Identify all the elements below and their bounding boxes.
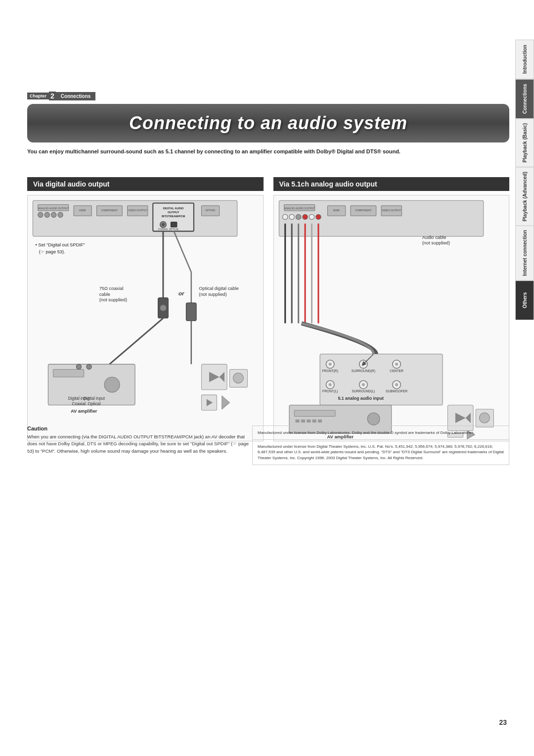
sidebar-tabs: Introduction Connections Playback (Basic…	[515, 40, 534, 320]
svg-text:FRONT(L): FRONT(L)	[322, 389, 338, 393]
sidebar-tab-others[interactable]: Others	[515, 281, 534, 320]
svg-text:OUTPUT: OUTPUT	[168, 211, 179, 214]
svg-text:OPTION: OPTION	[205, 209, 215, 212]
svg-point-65	[309, 214, 314, 219]
svg-rect-41	[53, 369, 84, 377]
svg-point-18	[162, 223, 165, 226]
svg-text:FRONT(R): FRONT(R)	[322, 369, 338, 373]
section-analog-audio: Via 5.1ch analog audio output ANALOG AUD…	[273, 177, 510, 443]
svg-text:COAXIAL: COAXIAL	[158, 228, 169, 231]
legal-notices: Manufactured under license from Dolby La…	[252, 425, 509, 465]
svg-text:HDMI: HDMI	[79, 209, 86, 212]
main-title-banner: Connecting to an audio system	[27, 104, 509, 142]
dts-legal: Manufactured under license from Digital …	[253, 440, 509, 465]
svg-text:• Set "Digital out SPDIF": • Set "Digital out SPDIF"	[36, 242, 85, 247]
svg-rect-108	[312, 420, 316, 423]
sidebar-tab-introduction[interactable]: Introduction	[515, 40, 534, 79]
svg-text:AV amplifier: AV amplifier	[71, 409, 97, 414]
chapter-label: Chapter	[27, 93, 49, 99]
svg-rect-103	[294, 410, 335, 416]
svg-point-61	[282, 214, 287, 219]
svg-text:VIDEO OUTPUT: VIDEO OUTPUT	[128, 209, 148, 212]
svg-text:Digital input: Digital input	[84, 396, 105, 401]
svg-point-54	[233, 373, 244, 383]
chapter-title: Connections	[56, 92, 96, 100]
svg-rect-107	[307, 420, 311, 423]
svg-text:(not supplied): (not supplied)	[422, 240, 449, 245]
svg-point-43	[76, 364, 81, 369]
svg-point-89	[395, 363, 398, 366]
svg-text:SUBWOOFER: SUBWOOFER	[386, 389, 407, 393]
svg-text:(not supplied): (not supplied)	[99, 297, 127, 302]
caution-title: Caution	[27, 425, 250, 431]
page-number: 23	[499, 718, 507, 726]
svg-text:ANALOG AUDIO OUTPUT: ANALOG AUDIO OUTPUT	[284, 207, 314, 210]
svg-line-29	[174, 231, 191, 272]
svg-text:or: or	[178, 290, 184, 296]
svg-text:5.1 analog audio input: 5.1 analog audio input	[338, 396, 384, 401]
svg-text:ANALOG AUDIO OUTPUT: ANALOG AUDIO OUTPUT	[38, 207, 69, 210]
svg-point-3	[38, 212, 43, 217]
dolby-legal: Manufactured under license from Dolby La…	[253, 426, 509, 440]
svg-text:HDMI: HDMI	[333, 209, 339, 212]
section-analog-content: ANALOG AUDIO OUTPUT HDMI COMPONENT VIDEO…	[273, 195, 510, 443]
svg-text:VIDEO OUTPUT: VIDEO OUTPUT	[382, 209, 401, 212]
svg-text:COMPONENT: COMPONENT	[355, 209, 372, 212]
svg-point-42	[104, 377, 120, 392]
svg-point-62	[289, 214, 294, 219]
section-digital-header: Via digital audio output	[27, 177, 264, 191]
svg-point-6	[58, 212, 63, 217]
svg-line-38	[109, 318, 163, 364]
svg-text:Optical digital cable: Optical digital cable	[199, 286, 239, 291]
svg-rect-106	[301, 420, 305, 423]
breadcrumb: Chapter 2 Connections	[27, 92, 95, 100]
svg-text:SURROUND(L): SURROUND(L)	[352, 389, 375, 393]
svg-point-28	[160, 305, 166, 311]
svg-text:(☞ page 53).: (☞ page 53).	[39, 249, 65, 254]
svg-text:Coaxial: Coaxial	[72, 402, 86, 406]
svg-rect-19	[171, 222, 177, 227]
sidebar-tab-internet[interactable]: Internet connection	[515, 226, 534, 281]
svg-marker-57	[222, 396, 230, 409]
svg-text:Audio cable: Audio cable	[422, 235, 446, 240]
caution-text: When you are connecting (via the DIGITAL…	[27, 433, 250, 455]
intro-paragraph: You can enjoy multichannel surround-soun…	[27, 147, 509, 156]
svg-text:(not supplied): (not supplied)	[199, 292, 226, 297]
intro-text: You can enjoy multichannel surround-soun…	[27, 148, 400, 154]
svg-point-104	[367, 413, 380, 425]
analog-audio-diagram: ANALOG AUDIO OUTPUT HDMI COMPONENT VIDEO…	[273, 195, 510, 441]
caution-section: Caution When you are connecting (via the…	[27, 425, 250, 455]
sidebar-tab-playback-basic[interactable]: Playback (Basic)	[515, 119, 534, 167]
svg-point-115	[479, 413, 490, 423]
chapter-number: 2	[49, 92, 56, 100]
svg-point-44	[87, 364, 91, 369]
svg-text:BITSTREAM/PCM: BITSTREAM/PCM	[162, 215, 185, 218]
section-digital-content: ANALOG AUDIO OUTPUT HDMI COMPONENT VIDEO…	[27, 195, 264, 443]
sidebar-tab-playback-advanced[interactable]: Playback (Advanced)	[515, 167, 534, 226]
sections-container: Via digital audio output ANALOG AUDIO OU…	[27, 177, 509, 443]
section-analog-header: Via 5.1ch analog audio output	[273, 177, 510, 191]
svg-point-4	[44, 212, 49, 217]
svg-text:75Ω coaxial: 75Ω coaxial	[99, 286, 124, 291]
svg-rect-109	[317, 420, 321, 423]
svg-text:cable: cable	[99, 292, 110, 297]
svg-text:SURROUND(R): SURROUND(R)	[351, 369, 375, 373]
main-title: Connecting to an audio system	[129, 113, 407, 133]
svg-point-5	[51, 212, 56, 217]
svg-text:DIGITAL AUDIO: DIGITAL AUDIO	[163, 207, 184, 210]
svg-text:OPTICAL: OPTICAL	[169, 228, 179, 231]
svg-text:Optical: Optical	[88, 402, 101, 406]
svg-text:COMPONENT: COMPONENT	[101, 209, 118, 212]
svg-point-63	[296, 214, 301, 219]
svg-point-66	[315, 214, 320, 219]
svg-point-92	[328, 383, 331, 386]
svg-text:CENTER: CENTER	[390, 369, 403, 373]
svg-rect-105	[295, 420, 299, 423]
sidebar-tab-connections[interactable]: Connections	[515, 79, 534, 119]
digital-audio-diagram: ANALOG AUDIO OUTPUT HDMI COMPONENT VIDEO…	[27, 195, 264, 441]
svg-point-98	[395, 383, 398, 386]
svg-point-83	[328, 363, 331, 366]
section-digital-audio: Via digital audio output ANALOG AUDIO OU…	[27, 177, 264, 443]
svg-point-95	[361, 383, 364, 386]
svg-rect-31	[186, 303, 196, 321]
